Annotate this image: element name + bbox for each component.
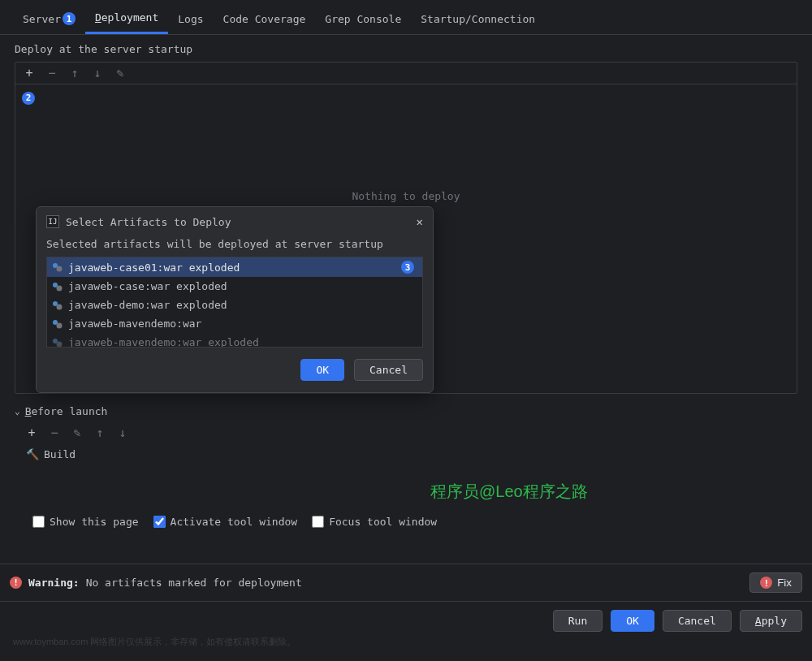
- select-artifacts-dialog: IJ Select Artifacts to Deploy ✕ Selected…: [36, 206, 434, 393]
- add-icon[interactable]: +: [26, 427, 37, 439]
- list-item[interactable]: javaweb-case01:war exploded 3: [47, 257, 422, 277]
- marker-2: 2: [22, 92, 35, 105]
- up-icon[interactable]: ↑: [69, 67, 80, 79]
- artifact-icon: [52, 261, 63, 273]
- app-icon: IJ: [46, 215, 59, 228]
- dialog-title: Select Artifacts to Deploy: [66, 216, 231, 228]
- chevron-down-icon: ⌄: [15, 406, 20, 417]
- before-launch-toolbar: + − ✎ ↑ ↓: [15, 422, 797, 443]
- down-icon[interactable]: ↓: [117, 427, 128, 439]
- svg-point-1: [57, 266, 63, 272]
- edit-icon[interactable]: ✎: [114, 67, 126, 79]
- dialog-cancel-button[interactable]: Cancel: [354, 359, 423, 381]
- svg-point-7: [57, 322, 63, 328]
- before-launch-label: Before launch: [25, 405, 108, 417]
- before-launch-toggle[interactable]: ⌄ Before launch: [0, 394, 812, 422]
- edit-icon[interactable]: ✎: [71, 427, 83, 439]
- add-icon[interactable]: +: [24, 67, 35, 79]
- list-item[interactable]: javaweb-case:war exploded: [47, 277, 422, 296]
- warning-text: No artifacts marked for deployment: [86, 577, 302, 589]
- warning-icon: !: [760, 577, 772, 589]
- watermark: 程序员@Leo程序之路: [430, 481, 588, 503]
- ok-button[interactable]: OK: [611, 610, 654, 632]
- hammer-icon: 🔨: [26, 448, 39, 460]
- focus-tool-window-checkbox[interactable]: Focus tool window: [312, 516, 437, 528]
- tab-code-coverage[interactable]: Code Coverage: [214, 6, 316, 34]
- tab-startup-connection[interactable]: Startup/Connection: [411, 6, 545, 34]
- artifact-list[interactable]: javaweb-case01:war exploded 3 javaweb-ca…: [46, 257, 423, 348]
- remove-icon[interactable]: −: [49, 427, 60, 439]
- cancel-button[interactable]: Cancel: [663, 610, 732, 632]
- build-task-item[interactable]: 🔨 Build: [15, 443, 797, 465]
- warning-icon: !: [10, 577, 22, 589]
- tab-bar: Server1 Deployment Logs Code Coverage Gr…: [0, 0, 812, 35]
- run-button[interactable]: Run: [553, 610, 603, 632]
- apply-button[interactable]: Apply: [740, 610, 802, 632]
- svg-point-9: [57, 341, 63, 347]
- deploy-placeholder: Nothing to deploy: [352, 190, 460, 202]
- dialog-button-bar: Run OK Cancel Apply: [0, 602, 812, 640]
- marker-1: 1: [63, 12, 76, 25]
- artifact-icon: [52, 300, 63, 311]
- marker-3: 3: [401, 261, 414, 274]
- before-launch-panel: + − ✎ ↑ ↓ 🔨 Build: [15, 422, 797, 465]
- list-item[interactable]: javaweb-demo:war exploded: [47, 296, 422, 314]
- warning-label: Warning:: [28, 577, 80, 589]
- fix-button[interactable]: ! Fix: [749, 572, 802, 593]
- show-this-page-checkbox[interactable]: Show this page: [32, 516, 139, 528]
- list-item[interactable]: javaweb-mavendemo:war exploded: [47, 333, 422, 348]
- options-row: Show this page Activate tool window Focu…: [0, 499, 812, 544]
- deploy-section-title: Deploy at the server startup: [0, 35, 812, 62]
- remove-icon[interactable]: −: [46, 67, 58, 79]
- tab-grep-console[interactable]: Grep Console: [315, 6, 411, 34]
- tab-deployment[interactable]: Deployment: [85, 6, 168, 34]
- svg-point-3: [57, 285, 63, 291]
- artifact-icon: [52, 337, 63, 348]
- close-icon[interactable]: ✕: [417, 215, 423, 228]
- artifact-icon: [52, 281, 63, 292]
- tab-server[interactable]: Server1: [13, 6, 85, 34]
- disclaimer-text: www.toymban.com 网络图片仅供展示，非存储，如有侵权请联系删除。: [13, 636, 296, 648]
- down-icon[interactable]: ↓: [92, 67, 103, 79]
- build-label: Build: [44, 448, 76, 460]
- list-item[interactable]: javaweb-mavendemo:war: [47, 314, 422, 333]
- up-icon[interactable]: ↑: [94, 427, 106, 439]
- activate-tool-window-checkbox[interactable]: Activate tool window: [153, 516, 298, 528]
- dialog-ok-button[interactable]: OK: [300, 359, 344, 381]
- artifact-icon: [52, 318, 63, 330]
- svg-point-5: [57, 304, 63, 309]
- dialog-subtitle: Selected artifacts will be deployed at s…: [37, 233, 433, 257]
- warning-bar: ! Warning: No artifacts marked for deplo…: [0, 564, 812, 602]
- deploy-toolbar: + − ↑ ↓ ✎: [15, 63, 797, 84]
- tab-logs[interactable]: Logs: [168, 6, 213, 34]
